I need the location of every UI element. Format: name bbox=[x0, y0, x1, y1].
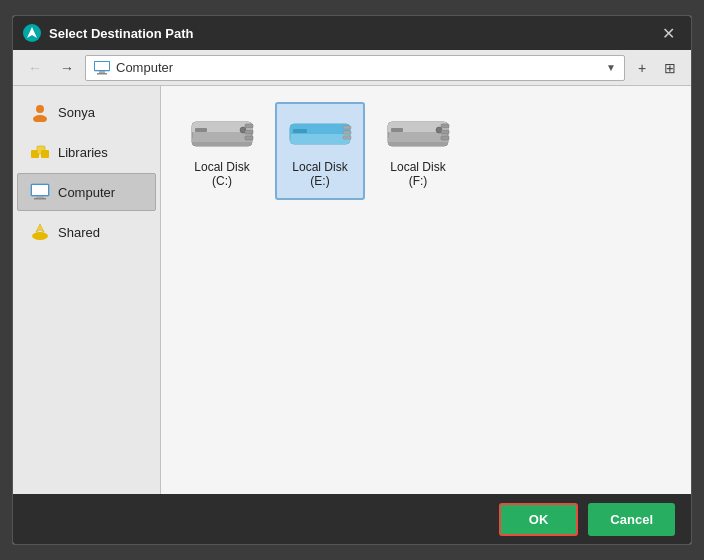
cancel-button[interactable]: Cancel bbox=[588, 503, 675, 536]
sidebar: Sonya Libraries bbox=[13, 86, 161, 494]
main-content: Local Disk (C:) Local Disk (E:) bbox=[161, 86, 691, 494]
toolbar: ← → Computer ▼ + ⊞ bbox=[13, 50, 691, 86]
sidebar-computer-label: Computer bbox=[58, 185, 115, 200]
svg-rect-23 bbox=[245, 124, 253, 128]
view-toggle-button[interactable]: ⊞ bbox=[657, 55, 683, 81]
address-bar: Computer ▼ bbox=[85, 55, 625, 81]
back-button[interactable]: ← bbox=[21, 56, 49, 80]
sidebar-item-libraries[interactable]: Libraries bbox=[17, 133, 156, 171]
library-icon bbox=[30, 142, 50, 162]
svg-rect-40 bbox=[388, 138, 448, 142]
svg-rect-24 bbox=[245, 130, 253, 134]
svg-rect-2 bbox=[95, 62, 109, 70]
address-computer-icon bbox=[94, 61, 110, 75]
user-icon bbox=[30, 102, 50, 122]
svg-rect-3 bbox=[99, 71, 105, 73]
sidebar-sonya-label: Sonya bbox=[58, 105, 95, 120]
disk-c-icon bbox=[187, 114, 257, 154]
svg-rect-9 bbox=[41, 150, 49, 158]
sidebar-libraries-label: Libraries bbox=[58, 145, 108, 160]
sidebar-shared-label: Shared bbox=[58, 225, 100, 240]
dialog-title: Select Destination Path bbox=[49, 26, 656, 41]
svg-rect-11 bbox=[32, 185, 48, 195]
svg-rect-25 bbox=[245, 136, 253, 140]
disk-c[interactable]: Local Disk (C:) bbox=[177, 102, 267, 200]
svg-rect-32 bbox=[343, 131, 351, 134]
address-dropdown[interactable]: ▼ bbox=[606, 62, 616, 73]
svg-rect-31 bbox=[343, 126, 351, 129]
svg-rect-22 bbox=[192, 138, 252, 142]
disk-f[interactable]: Local Disk (F:) bbox=[373, 102, 463, 200]
title-bar-icon bbox=[23, 24, 41, 42]
svg-rect-42 bbox=[441, 130, 449, 134]
svg-rect-37 bbox=[391, 128, 403, 132]
svg-point-5 bbox=[36, 105, 44, 113]
sidebar-item-shared[interactable]: Shared bbox=[17, 213, 156, 251]
svg-rect-41 bbox=[441, 124, 449, 128]
svg-point-6 bbox=[33, 115, 47, 122]
disk-f-icon bbox=[383, 114, 453, 154]
title-bar: Select Destination Path ✕ bbox=[13, 16, 691, 50]
address-text: Computer bbox=[116, 60, 600, 75]
dialog: Select Destination Path ✕ ← → Computer ▼… bbox=[12, 15, 692, 545]
disk-f-label: Local Disk (F:) bbox=[381, 160, 455, 188]
svg-point-14 bbox=[32, 232, 48, 240]
disk-e[interactable]: Local Disk (E:) bbox=[275, 102, 365, 200]
forward-button[interactable]: → bbox=[53, 56, 81, 80]
sidebar-item-computer[interactable]: Computer bbox=[17, 173, 156, 211]
disk-e-icon bbox=[285, 114, 355, 154]
toolbar-right-buttons: + ⊞ bbox=[629, 55, 683, 81]
svg-rect-43 bbox=[441, 136, 449, 140]
svg-rect-4 bbox=[97, 73, 107, 75]
new-folder-button[interactable]: + bbox=[629, 55, 655, 81]
footer: OK Cancel bbox=[13, 494, 691, 544]
svg-rect-19 bbox=[195, 128, 207, 132]
disk-c-label: Local Disk (C:) bbox=[185, 160, 259, 188]
sidebar-item-sonya[interactable]: Sonya bbox=[17, 93, 156, 131]
svg-rect-13 bbox=[34, 198, 46, 200]
content-area: Sonya Libraries bbox=[13, 86, 691, 494]
disk-e-label: Local Disk (E:) bbox=[283, 160, 357, 188]
computer-icon bbox=[30, 182, 50, 202]
ok-button[interactable]: OK bbox=[499, 503, 579, 536]
svg-rect-29 bbox=[293, 129, 307, 133]
svg-rect-30 bbox=[290, 138, 350, 144]
svg-marker-15 bbox=[36, 224, 44, 232]
svg-rect-33 bbox=[343, 136, 351, 139]
shared-icon bbox=[30, 222, 50, 242]
svg-rect-12 bbox=[36, 196, 44, 198]
close-button[interactable]: ✕ bbox=[656, 22, 681, 45]
